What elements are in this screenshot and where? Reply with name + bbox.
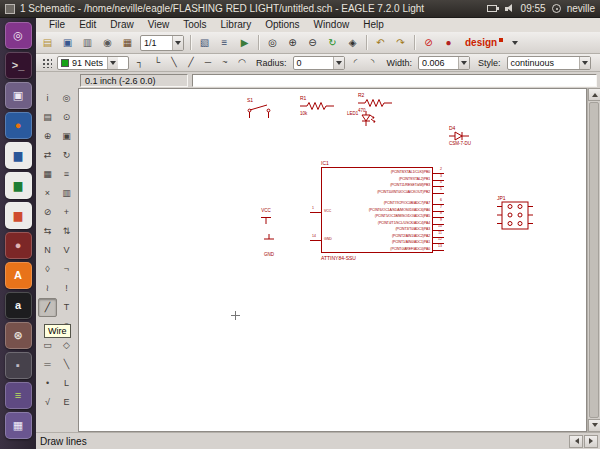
stop-icon[interactable]: ⊘ (419, 34, 438, 52)
tool-mirror[interactable]: ⇄ (38, 146, 57, 165)
command-line-input[interactable] (192, 74, 597, 87)
schematic-part-ic1[interactable]: IC1 2 (PCINT8/XTAL1/CLKI)PB0 (321, 160, 433, 261)
schematic-part-jp1[interactable]: JP1 (497, 195, 533, 231)
launcher-system-settings[interactable]: ⊛ (5, 322, 32, 349)
tool-rotate[interactable]: ↻ (57, 146, 76, 165)
schematic-part-vcc[interactable]: VCC (259, 198, 273, 224)
launcher-workspaces[interactable]: ▦ (5, 412, 32, 439)
menu-file[interactable]: File (42, 18, 72, 32)
launcher-terminal[interactable]: >_ (5, 52, 32, 79)
save-icon[interactable]: ▣ (58, 34, 77, 52)
username[interactable]: neville (567, 3, 595, 14)
tool-replace[interactable]: ⇅ (57, 222, 76, 241)
launcher-libreoffice-writer[interactable]: ▆ (5, 142, 32, 169)
tool-cut[interactable]: × (38, 184, 57, 203)
menu-options[interactable]: Options (258, 18, 306, 32)
tool-delete[interactable]: ⊘ (38, 203, 57, 222)
layer-selector[interactable]: 91 Nets (57, 56, 129, 70)
schematic-part-d4[interactable]: D4 CSM-7-DU (449, 125, 471, 146)
bend-45-up-icon[interactable]: ╱ (183, 55, 199, 70)
width-select[interactable]: 0.006 (418, 56, 470, 70)
schematic-canvas[interactable]: S1 R1 10k (78, 88, 587, 432)
ic-pin[interactable]: 13 (PCINT0/AREF/ADC0)PA0 (322, 247, 432, 254)
tool-smash[interactable]: ◊ (38, 260, 57, 279)
tool-label[interactable]: L (57, 374, 76, 393)
menu-draw[interactable]: Draw (103, 18, 140, 32)
tool-add[interactable]: + (57, 203, 76, 222)
scroll-down-button[interactable] (588, 419, 600, 432)
undo-icon[interactable]: ↶ (371, 34, 390, 52)
launcher-dash-home[interactable]: ◎ (5, 22, 32, 49)
tool-display[interactable]: ▤ (38, 108, 57, 127)
cam-processor-icon[interactable]: ◉ (98, 34, 117, 52)
switch-to-board-icon[interactable]: ▦ (118, 34, 137, 52)
ic-pin-gnd[interactable]: 14 GND (322, 237, 372, 243)
tool-polygon[interactable]: ◇ (57, 336, 76, 355)
radius-select[interactable]: 0 (293, 56, 345, 70)
bend-45-down-icon[interactable]: ╲ (166, 55, 182, 70)
tool-net[interactable]: ╲ (57, 355, 76, 374)
launcher-media-player[interactable]: ● (5, 232, 32, 259)
print-icon[interactable]: ▥ (78, 34, 97, 52)
vertical-scroll-thumb[interactable] (589, 102, 599, 418)
launcher-firefox[interactable]: ● (5, 112, 32, 139)
style-select[interactable]: continuous (507, 56, 591, 70)
redo-icon[interactable]: ↷ (391, 34, 410, 52)
ic-pin[interactable]: 5 (PCINT10/INT0/OC0A/CKOUT)PB2 (322, 190, 432, 197)
clock[interactable]: 09:55 (521, 3, 546, 14)
use-library-icon[interactable]: ▧ (195, 34, 214, 52)
ic-pin-vcc[interactable]: 1 VCC (322, 209, 372, 215)
schematic-part-s1[interactable]: S1 (247, 97, 271, 119)
arc-cw-icon[interactable]: ◝ (365, 55, 381, 70)
battery-icon[interactable] (487, 5, 499, 12)
zoom-in-icon[interactable]: ⊕ (283, 34, 302, 52)
bend-straight-icon[interactable]: ─ (200, 55, 216, 70)
zoom-select-icon[interactable]: ◈ (343, 34, 362, 52)
menu-help[interactable]: Help (356, 18, 391, 32)
launcher-gimp[interactable]: ▪ (5, 352, 32, 379)
schematic-part-led1[interactable]: LED1 (347, 111, 377, 129)
menu-tools[interactable]: Tools (176, 18, 213, 32)
tool-errors[interactable]: E (57, 393, 76, 412)
tool-value[interactable]: V (57, 241, 76, 260)
schematic-part-gnd[interactable]: GND (262, 234, 276, 260)
bend-freehand-icon[interactable]: ~ (217, 55, 233, 70)
menu-edit[interactable]: Edit (72, 18, 103, 32)
tool-text[interactable]: T (57, 298, 76, 317)
redraw-icon[interactable]: ↻ (323, 34, 342, 52)
volume-icon[interactable] (505, 4, 515, 13)
tool-name[interactable]: N (38, 241, 57, 260)
zoom-fit-icon[interactable]: ◎ (263, 34, 282, 52)
tool-miter[interactable]: ¬ (57, 260, 76, 279)
launcher-amazon[interactable]: a (5, 292, 32, 319)
scroll-right-button[interactable] (584, 435, 598, 448)
tool-show[interactable]: ◎ (57, 89, 76, 108)
bend-90-up-icon[interactable]: └ (149, 55, 165, 70)
launcher-libreoffice-impress[interactable]: ▆ (5, 202, 32, 229)
arc-ccw-icon[interactable]: ◜ (348, 55, 364, 70)
tool-mark[interactable]: ⊙ (57, 108, 76, 127)
tool-bus[interactable]: ═ (38, 355, 57, 374)
run-ulp-icon[interactable]: ▶ (235, 34, 254, 52)
sheet-selector[interactable]: 1/1 (140, 35, 184, 51)
menu-library[interactable]: Library (214, 18, 259, 32)
zoom-out-icon[interactable]: ⊖ (303, 34, 322, 52)
tool-group[interactable]: ▦ (38, 165, 57, 184)
launcher-software-center[interactable]: A (5, 262, 32, 289)
menu-view[interactable]: View (141, 18, 177, 32)
tool-wire[interactable]: ╱ (38, 298, 57, 317)
session-menu-icon[interactable] (552, 4, 561, 13)
tool-invoke[interactable]: ! (57, 279, 76, 298)
schematic-part-r1[interactable]: R1 10k (300, 95, 334, 116)
tool-rect[interactable]: ▭ (38, 336, 57, 355)
tool-junction[interactable]: • (38, 374, 57, 393)
bend-arc-icon[interactable]: ◠ (234, 55, 250, 70)
tool-info[interactable]: i (38, 89, 57, 108)
design-link-button[interactable]: design (465, 37, 519, 48)
grid-button[interactable] (38, 55, 54, 70)
launcher-text-editor[interactable]: ≡ (5, 382, 32, 409)
menu-window[interactable]: Window (307, 18, 357, 32)
launcher-files[interactable]: ▣ (5, 82, 32, 109)
script-icon[interactable]: ≡ (215, 34, 234, 52)
ic-body[interactable]: 2 (PCINT8/XTAL1/CLKI)PB0 3 (PCINT9/XTAL2… (321, 167, 433, 253)
